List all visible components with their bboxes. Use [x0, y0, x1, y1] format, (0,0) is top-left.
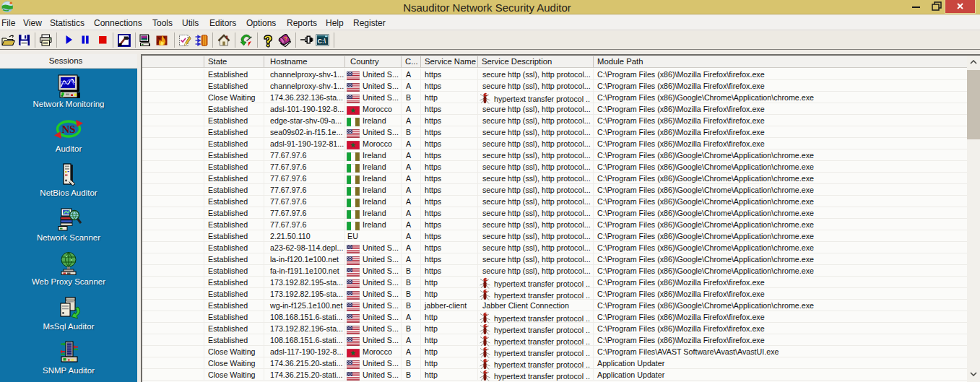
svg-text:NS: NS — [61, 123, 75, 135]
svg-text:C:\: C:\ — [318, 38, 326, 45]
